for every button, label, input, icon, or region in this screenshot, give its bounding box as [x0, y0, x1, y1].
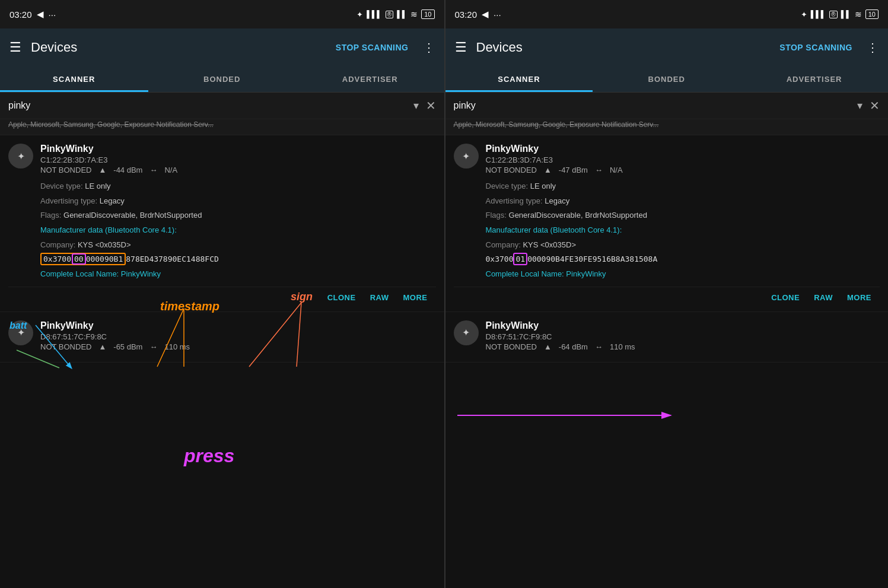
- device-name-1-right: PinkyWinky: [486, 144, 880, 154]
- adv-type-val-1-left: Legacy: [100, 196, 125, 205]
- flags-val-1-right: GeneralDiscoverable, BrdrNotSupported: [509, 211, 647, 220]
- battery-right: 10: [865, 9, 879, 19]
- clone-btn-1-left[interactable]: CLONE: [327, 293, 356, 302]
- distance-arrows-2-right: ↔: [595, 342, 603, 351]
- device-type-val-1-right: LE only: [530, 182, 556, 190]
- roaming-right: ®: [829, 11, 837, 18]
- device-status-row-1-right: NOT BONDED ▲ -47 dBm ↔ N/A: [486, 166, 880, 174]
- adv-type-val-1-right: Legacy: [545, 196, 569, 205]
- card-actions-1-right: CLONE RAW MORE: [454, 287, 880, 306]
- flags-row-1-right: Flags: GeneralDiscoverable, BrdrNotSuppo…: [486, 208, 880, 223]
- device-header-1-right: ✦ PinkyWinky C1:22:2B:3D:7A:E3 NOT BONDE…: [454, 144, 880, 174]
- rssi-2-right: -64 dBm: [559, 342, 588, 351]
- rssi-arrow-1-left: ▲: [98, 166, 106, 174]
- rssi-arrow-2-right: ▲: [544, 342, 552, 351]
- device-name-1-left: PinkyWinky: [40, 144, 436, 154]
- distance-arrows-1-right: ↔: [595, 166, 603, 174]
- left-panel: 03:20 ◀ ··· ✦ ▌▌▌ ® ▌▌ ≋ 10 ☰ Devices ST…: [0, 0, 444, 588]
- device-card-1-left: ✦ PinkyWinky C1:22:2B:3D:7A:E3 NOT BONDE…: [0, 135, 444, 312]
- manufacturer-row-1-left: Manufacturer data (Bluetooth Core 4.1):: [40, 223, 436, 238]
- adv-type-row-1-left: Advertising type: Legacy: [40, 194, 436, 209]
- distance-2-right: 110 ms: [610, 342, 635, 351]
- status-bar-left: 03:20 ◀ ··· ✦ ▌▌▌ ® ▌▌ ≋ 10: [0, 0, 444, 28]
- tab-advertiser-left[interactable]: ADVERTISER: [296, 66, 444, 92]
- bond-status-2-left: NOT BONDED: [40, 342, 91, 351]
- overflow-menu-left[interactable]: ⋮: [423, 40, 435, 55]
- hex-data-1-left: 0x370000000090B1878ED437890EC1488FCD: [40, 252, 219, 267]
- filter-subtitle-left: Apple, Microsoft, Samsung, Google, Expos…: [0, 119, 444, 135]
- filter-input-right[interactable]: [454, 100, 853, 111]
- device-info-1-right: PinkyWinky C1:22:2B:3D:7A:E3 NOT BONDED …: [486, 144, 880, 174]
- flags-row-1-left: Flags: GeneralDiscoverable, BrdrNotSuppo…: [40, 208, 436, 223]
- raw-btn-1-right[interactable]: RAW: [814, 293, 833, 302]
- signal-left: ▌▌▌: [367, 10, 382, 18]
- device-mac-1-left: C1:22:2B:3D:7A:E3: [40, 155, 436, 164]
- stop-scanning-btn-right[interactable]: STOP SCANNING: [779, 43, 852, 52]
- content-left: ▾ ✕ Apple, Microsoft, Samsung, Google, E…: [0, 93, 444, 588]
- more-dots-left: ···: [49, 9, 56, 20]
- filter-dropdown-left[interactable]: ▾: [413, 99, 419, 112]
- rssi-2-left: -65 dBm: [113, 342, 142, 351]
- filter-clear-left[interactable]: ✕: [426, 98, 436, 113]
- tab-bonded-left[interactable]: BONDED: [148, 66, 297, 92]
- more-btn-1-right[interactable]: MORE: [847, 293, 871, 302]
- battery-left: 10: [421, 9, 434, 19]
- tab-bonded-right[interactable]: BONDED: [593, 66, 740, 92]
- time-right: 03:20: [455, 9, 478, 20]
- filter-input-left[interactable]: [8, 100, 409, 111]
- device-status-row-2-right: NOT BONDED ▲ -64 dBm ↔ 110 ms: [486, 342, 880, 351]
- bluetooth-status-right: ✦: [801, 10, 807, 19]
- rssi-1-right: -47 dBm: [559, 166, 588, 174]
- app-bar-right: ☰ Devices STOP SCANNING ⋮: [445, 28, 889, 66]
- stop-scanning-btn-left[interactable]: STOP SCANNING: [336, 43, 409, 52]
- more-dots-right: ···: [494, 9, 501, 20]
- tab-advertiser-right[interactable]: ADVERTISER: [740, 66, 888, 92]
- device-status-row-1-left: NOT BONDED ▲ -44 dBm ↔ N/A: [40, 166, 436, 174]
- device-type-val-1-left: LE only: [85, 182, 110, 190]
- rssi-arrow-1-right: ▲: [544, 166, 552, 174]
- tab-scanner-left[interactable]: SCANNER: [0, 66, 148, 92]
- time-left: 03:20: [9, 9, 32, 20]
- adv-type-row-1-right: Advertising type: Legacy: [486, 194, 880, 209]
- nav-icon-right: ◀: [482, 9, 489, 20]
- device-card-1-right: ✦ PinkyWinky C1:22:2B:3D:7A:E3 NOT BONDE…: [445, 135, 889, 312]
- tabs-right: SCANNER BONDED ADVERTISER: [445, 66, 889, 93]
- device-details-1-right: Device type: LE only Advertising type: L…: [454, 179, 880, 282]
- bluetooth-icon-2-left: ✦: [17, 327, 25, 338]
- bluetooth-icon-1-left: ✦: [17, 151, 25, 162]
- filter-subtitle-right: Apple, Microsoft, Samsung, Google, Expos…: [445, 119, 889, 135]
- filter-dropdown-right[interactable]: ▾: [857, 99, 862, 112]
- device-status-row-2-left: NOT BONDED ▲ -65 dBm ↔ 110 ms: [40, 342, 436, 351]
- distance-arrows-2-left: ↔: [149, 342, 157, 351]
- company-row-1-left: Company: KYS <0x035D>: [40, 238, 436, 253]
- device-card-2-left: ✦ PinkyWinky D8:67:51:7C:F9:8C NOT BONDE…: [0, 312, 444, 363]
- hex-orange-1-left: 0x370000000090B1: [40, 253, 126, 265]
- status-bar-right: 03:20 ◀ ··· ✦ ▌▌▌ ® ▌▌ ≋ 10: [445, 0, 889, 28]
- device-header-2-right: ✦ PinkyWinky D8:67:51:7C:F9:8C NOT BONDE…: [454, 320, 880, 351]
- bluetooth-icon-1-right: ✦: [462, 151, 470, 162]
- bt-icon-2-right: ✦: [454, 320, 479, 345]
- menu-icon-left[interactable]: ☰: [9, 41, 21, 54]
- raw-btn-1-left[interactable]: RAW: [370, 293, 389, 302]
- distance-2-left: 110 ms: [164, 342, 190, 351]
- device-mac-1-right: C1:22:2B:3D:7A:E3: [486, 155, 880, 164]
- bluetooth-status-left: ✦: [357, 10, 363, 19]
- local-name-row-1-right: Complete Local Name: PinkyWinky: [486, 267, 880, 282]
- tab-scanner-right[interactable]: SCANNER: [445, 66, 593, 92]
- manufacturer-row-1-right: Manufacturer data (Bluetooth Core 4.1):: [486, 223, 880, 238]
- signal-right: ▌▌▌: [811, 10, 826, 18]
- clone-btn-1-right[interactable]: CLONE: [771, 293, 800, 302]
- more-btn-1-left[interactable]: MORE: [403, 293, 428, 302]
- roaming-left: ®: [386, 11, 393, 18]
- hex-pink-1-right: 01: [513, 253, 527, 265]
- menu-icon-right[interactable]: ☰: [455, 41, 467, 54]
- device-type-row-1-left: Device type: LE only: [40, 179, 436, 194]
- filter-bar-left: ▾ ✕: [0, 93, 444, 119]
- overflow-menu-right[interactable]: ⋮: [867, 40, 879, 55]
- filter-clear-right[interactable]: ✕: [870, 98, 880, 113]
- wifi-right: ≋: [855, 9, 862, 19]
- distance-1-right: N/A: [610, 166, 623, 174]
- company-val-1-left: KYS <0x035D>: [78, 240, 131, 249]
- device-header-1-left: ✦ PinkyWinky C1:22:2B:3D:7A:E3 NOT BONDE…: [8, 144, 436, 174]
- device-name-2-left: PinkyWinky: [40, 320, 436, 331]
